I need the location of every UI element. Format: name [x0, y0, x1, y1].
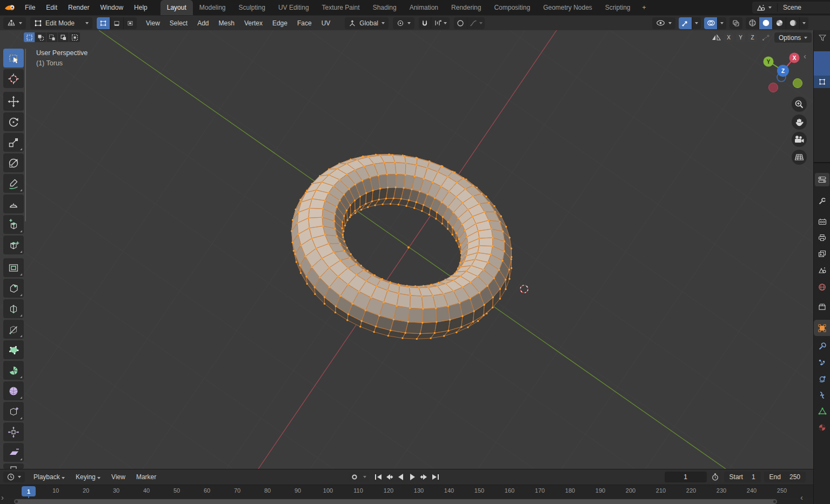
gizmo-neg-y[interactable] [793, 79, 802, 88]
tool-edge-slide[interactable] [3, 402, 24, 421]
record-dropdown[interactable] [360, 472, 369, 482]
menu-window[interactable]: Window [95, 0, 129, 15]
camera-view-icon[interactable] [792, 132, 807, 147]
outliner-mesh-data-row[interactable] [814, 76, 830, 88]
tool-annotate[interactable] [3, 174, 24, 193]
menu-face[interactable]: Face [292, 17, 317, 29]
tab-animation[interactable]: Animation [403, 0, 445, 15]
tool-extrude-region[interactable] [3, 236, 24, 254]
intersect-icon[interactable] [69, 32, 80, 42]
tool-poly-build[interactable] [3, 340, 24, 359]
timeline-scrollbar-handle[interactable] [14, 499, 777, 504]
invert-icon[interactable] [58, 32, 69, 42]
menu-help[interactable]: Help [129, 0, 153, 15]
tab-geometry-nodes[interactable]: Geometry Nodes [537, 0, 599, 15]
menu-view[interactable]: View [141, 17, 165, 29]
tab-output[interactable] [814, 230, 830, 245]
menu-keying[interactable]: Keying [70, 469, 106, 485]
subtract-icon[interactable] [46, 32, 57, 42]
toolbar-scrollbar[interactable] [25, 49, 26, 221]
outliner-selected-object-row[interactable] [814, 51, 830, 76]
panel-divider[interactable] [814, 162, 830, 163]
jump-start-icon[interactable] [373, 472, 384, 482]
vertex-select-icon[interactable] [97, 17, 110, 29]
tab-tool[interactable] [814, 193, 830, 209]
tool-loop-cut[interactable] [3, 299, 24, 318]
solid-shading-icon[interactable] [759, 17, 772, 29]
navigation-gizmo[interactable]: Z X Y [759, 46, 808, 96]
magnet-icon[interactable] [419, 17, 431, 29]
tab-layout[interactable]: Layout [160, 0, 193, 15]
add-workspace-button[interactable]: + [637, 0, 652, 15]
tool-shrink-fatten[interactable] [3, 422, 24, 441]
tab-modifiers[interactable] [814, 339, 830, 354]
play-icon[interactable] [407, 472, 418, 482]
tab-sculpting[interactable]: Sculpting [232, 0, 272, 15]
blender-logo-icon[interactable] [4, 3, 16, 12]
tool-rip-region[interactable] [3, 463, 24, 469]
menu-playback[interactable]: Playback [28, 469, 70, 485]
menu-uv[interactable]: UV [317, 17, 336, 29]
tab-view-layer[interactable] [814, 246, 830, 261]
edge-select-icon[interactable] [110, 17, 123, 29]
editor-type-button[interactable] [3, 17, 26, 29]
tab-scripting[interactable]: Scripting [599, 0, 637, 15]
options-dropdown[interactable]: Options [774, 32, 812, 43]
tool-knife[interactable] [3, 320, 24, 339]
tab-render[interactable] [814, 214, 830, 229]
tab-physics[interactable] [814, 371, 830, 386]
proportional-snap-icon[interactable] [761, 34, 770, 42]
tool-smooth[interactable] [3, 381, 24, 400]
jump-end-icon[interactable] [430, 472, 440, 482]
xray-icon[interactable] [729, 17, 742, 29]
mirror-z-toggle[interactable]: Z [748, 33, 757, 42]
play-reverse-icon[interactable] [396, 472, 406, 482]
tab-uv-editing[interactable]: UV Editing [272, 0, 316, 15]
tool-cursor[interactable] [3, 69, 24, 88]
tab-compositing[interactable]: Compositing [487, 0, 537, 15]
tool-select-box[interactable] [3, 49, 24, 68]
tab-collection[interactable] [814, 299, 830, 314]
mirror-y-toggle[interactable]: Y [736, 33, 745, 42]
tool-spin[interactable] [3, 361, 24, 380]
overlays-icon[interactable] [704, 17, 717, 29]
rendered-shading-icon[interactable] [786, 17, 799, 29]
timeline-scrollbar[interactable] [0, 498, 813, 504]
tool-inset-faces[interactable] [3, 258, 24, 277]
timeline-ruler[interactable]: 1020304050607080901001101201301401501601… [0, 485, 813, 498]
tab-shading[interactable]: Shading [366, 0, 403, 15]
timeline-right-arrow[interactable]: ‹ [800, 493, 803, 501]
menu-select[interactable]: Select [165, 17, 192, 29]
tab-material[interactable] [814, 420, 830, 435]
pan-hand-icon[interactable] [792, 115, 807, 130]
scrollbar-right-grip[interactable] [773, 500, 776, 503]
tab-object[interactable] [814, 320, 830, 336]
timeline-left-arrow[interactable]: › [1, 493, 4, 501]
gizmo-neg-x[interactable] [769, 83, 778, 92]
3d-viewport[interactable]: X Y Z Options User Perspective (1) Torus… [0, 30, 813, 469]
tab-particles[interactable] [814, 355, 830, 370]
tool-scale[interactable] [3, 133, 24, 152]
torus-mesh[interactable] [291, 153, 512, 340]
menu-tl-view[interactable]: View [106, 469, 131, 485]
grid-ortho-icon[interactable] [792, 150, 807, 165]
extend-icon[interactable] [35, 32, 46, 42]
tab-scene[interactable] [814, 263, 830, 278]
tool-rotate[interactable] [3, 112, 24, 131]
menu-render[interactable]: Render [63, 0, 95, 15]
prev-keyframe-icon[interactable] [384, 472, 395, 482]
outliner-strip[interactable] [814, 30, 830, 162]
falloff-dropdown[interactable] [467, 17, 485, 29]
menu-marker[interactable]: Marker [131, 469, 162, 485]
timeline-editor-type-button[interactable] [3, 472, 25, 482]
filter-icon[interactable] [819, 35, 826, 41]
menu-edit[interactable]: Edit [41, 0, 63, 15]
visibility-dropdown[interactable] [652, 17, 675, 29]
playhead-badge[interactable]: 1 [22, 486, 36, 496]
tool-move[interactable] [3, 92, 24, 111]
zoom-icon[interactable] [792, 97, 807, 112]
start-frame-field[interactable]: Start 1 [724, 472, 761, 482]
gizmo-dropdown[interactable] [692, 17, 701, 29]
tool-measure[interactable] [3, 194, 24, 213]
snap-with-dropdown[interactable] [431, 17, 450, 29]
